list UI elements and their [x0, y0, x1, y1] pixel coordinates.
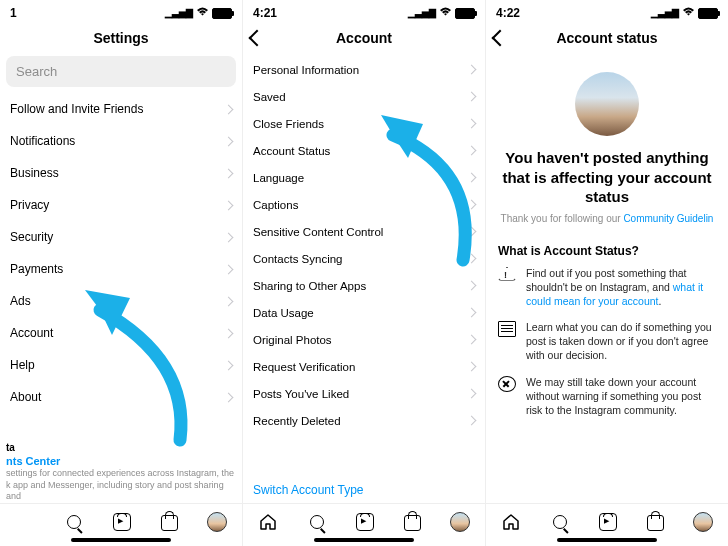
- search-input[interactable]: Search: [6, 56, 236, 87]
- settings-item-follow-and-invite-friends[interactable]: Follow and Invite Friends: [6, 93, 236, 125]
- search-tab-icon[interactable]: [550, 512, 570, 532]
- chevron-right-icon: [467, 254, 477, 264]
- item-label: Captions: [253, 199, 298, 211]
- account-screen: 4:21 ▁▃▅▇ Account Personal InformationSa…: [243, 0, 486, 546]
- status-indicators: ▁▃▅▇: [651, 6, 718, 20]
- account-list: Personal InformationSavedClose FriendsAc…: [243, 56, 485, 477]
- account-item-account-status[interactable]: Account Status: [249, 137, 479, 164]
- account-item-saved[interactable]: Saved: [249, 83, 479, 110]
- reels-tab-icon[interactable]: [599, 513, 617, 531]
- settings-item-payments[interactable]: Payments: [6, 253, 236, 285]
- shop-tab-icon[interactable]: [161, 515, 178, 531]
- home-tab-icon[interactable]: [258, 512, 278, 532]
- profile-tab-icon[interactable]: [450, 512, 470, 532]
- settings-item-business[interactable]: Business: [6, 157, 236, 189]
- account-item-contacts-syncing[interactable]: Contacts Syncing: [249, 245, 479, 272]
- account-item-language[interactable]: Language: [249, 164, 479, 191]
- status-indicators: ▁▃▅▇: [408, 6, 475, 20]
- item-label: Posts You've Liked: [253, 388, 349, 400]
- tab-bar: [486, 503, 728, 536]
- battery-icon: [455, 8, 475, 19]
- community-guidelines-link[interactable]: Community Guidelin: [623, 213, 713, 224]
- wifi-icon: [196, 6, 209, 20]
- chevron-right-icon: [224, 168, 234, 178]
- reels-tab-icon[interactable]: [113, 513, 131, 531]
- settings-list: Follow and Invite FriendsNotificationsBu…: [0, 93, 242, 437]
- status-bar: 4:22 ▁▃▅▇: [486, 0, 728, 24]
- meta-brand-label: ta: [6, 441, 236, 454]
- settings-item-notifications[interactable]: Notifications: [6, 125, 236, 157]
- search-tab-icon[interactable]: [64, 512, 84, 532]
- account-item-close-friends[interactable]: Close Friends: [249, 110, 479, 137]
- settings-item-ads[interactable]: Ads: [6, 285, 236, 317]
- profile-tab-icon[interactable]: [693, 512, 713, 532]
- back-button-icon[interactable]: [249, 30, 266, 47]
- settings-item-account[interactable]: Account: [6, 317, 236, 349]
- home-tab-icon[interactable]: [501, 512, 521, 532]
- home-indicator: [71, 538, 171, 542]
- settings-item-help[interactable]: Help: [6, 349, 236, 381]
- chevron-right-icon: [224, 392, 234, 402]
- shop-tab-icon[interactable]: [647, 515, 664, 531]
- item-label: Contacts Syncing: [253, 253, 343, 265]
- signal-icon: ▁▃▅▇: [408, 8, 436, 18]
- item-label: Saved: [253, 91, 286, 103]
- settings-item-about[interactable]: About: [6, 381, 236, 413]
- status-bar: 4:21 ▁▃▅▇: [243, 0, 485, 24]
- sub-prefix: Thank you for following our: [501, 213, 624, 224]
- info-text: We may still take down your account with…: [526, 375, 716, 418]
- switch-account-type-link[interactable]: Switch Account Type: [243, 477, 485, 503]
- account-item-personal-information[interactable]: Personal Information: [249, 56, 479, 83]
- shop-tab-icon[interactable]: [404, 515, 421, 531]
- status-time: 4:21: [253, 6, 408, 20]
- nav-header: Account status: [486, 24, 728, 56]
- item-label: Privacy: [10, 198, 49, 212]
- wifi-icon: [439, 6, 452, 20]
- account-item-posts-you-ve-liked[interactable]: Posts You've Liked: [249, 380, 479, 407]
- profile-tab-icon[interactable]: [207, 512, 227, 532]
- reels-tab-icon[interactable]: [356, 513, 374, 531]
- account-item-recently-deleted[interactable]: Recently Deleted: [249, 407, 479, 434]
- account-item-original-photos[interactable]: Original Photos: [249, 326, 479, 353]
- what-is-heading: What is Account Status?: [498, 244, 716, 258]
- page-title: Account: [336, 30, 392, 46]
- profile-avatar: [575, 72, 639, 136]
- status-time: 4:22: [496, 6, 651, 20]
- tab-bar: [243, 503, 485, 536]
- settings-item-security[interactable]: Security: [6, 221, 236, 253]
- chevron-right-icon: [224, 360, 234, 370]
- account-item-data-usage[interactable]: Data Usage: [249, 299, 479, 326]
- accounts-center-section: ta nts Center settings for connected exp…: [0, 437, 242, 503]
- item-label: Original Photos: [253, 334, 332, 346]
- x-circle-icon: [498, 376, 516, 392]
- chevron-right-icon: [467, 173, 477, 183]
- account-item-sharing-to-other-apps[interactable]: Sharing to Other Apps: [249, 272, 479, 299]
- home-indicator: [557, 538, 657, 542]
- wifi-icon: [682, 6, 695, 20]
- chevron-right-icon: [224, 328, 234, 338]
- document-icon: [498, 321, 516, 337]
- search-tab-icon[interactable]: [307, 512, 327, 532]
- account-item-captions[interactable]: Captions: [249, 191, 479, 218]
- battery-icon: [698, 8, 718, 19]
- settings-item-privacy[interactable]: Privacy: [6, 189, 236, 221]
- chevron-right-icon: [224, 232, 234, 242]
- status-subtext: Thank you for following our Community Gu…: [498, 213, 716, 224]
- status-headline: You haven't posted anything that is affe…: [498, 148, 716, 207]
- home-indicator: [314, 538, 414, 542]
- account-item-sensitive-content-control[interactable]: Sensitive Content Control: [249, 218, 479, 245]
- chevron-right-icon: [467, 146, 477, 156]
- chevron-right-icon: [467, 119, 477, 129]
- chevron-right-icon: [467, 200, 477, 210]
- signal-icon: ▁▃▅▇: [651, 8, 679, 18]
- account-item-request-verification[interactable]: Request Verification: [249, 353, 479, 380]
- item-label: Notifications: [10, 134, 75, 148]
- page-title: Settings: [93, 30, 148, 46]
- info-row: We may still take down your account with…: [498, 375, 716, 418]
- back-button-icon[interactable]: [492, 30, 509, 47]
- item-label: Data Usage: [253, 307, 314, 319]
- info-link[interactable]: what it could mean for your account: [526, 281, 703, 307]
- item-label: Business: [10, 166, 59, 180]
- accounts-center-link[interactable]: nts Center: [6, 454, 236, 468]
- item-label: Recently Deleted: [253, 415, 341, 427]
